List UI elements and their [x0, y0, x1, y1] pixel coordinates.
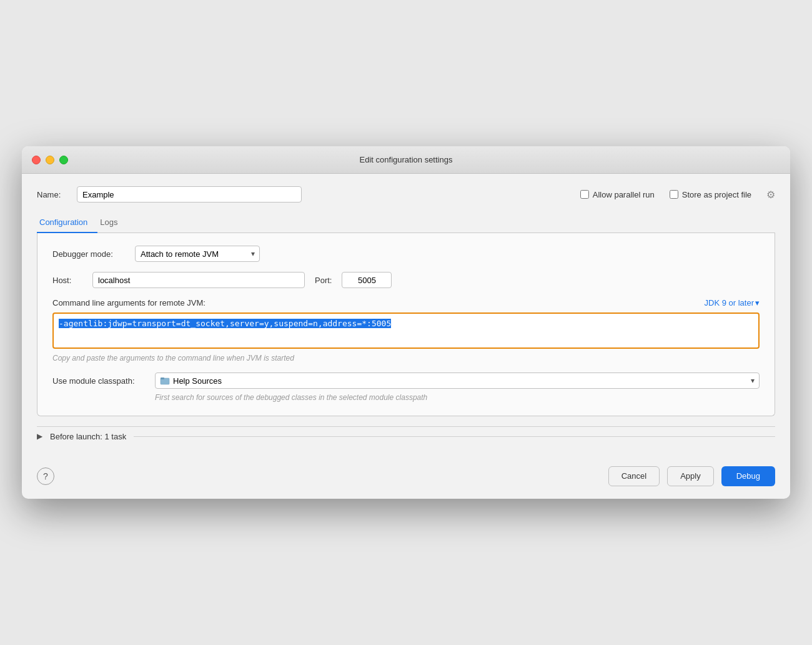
- action-buttons: Cancel Apply Debug: [608, 466, 775, 486]
- checkboxes: Allow parallel run Store as project file…: [580, 189, 775, 201]
- gear-icon[interactable]: ⚙: [766, 189, 775, 201]
- cmdline-label: Command line arguments for remote JVM:: [52, 298, 205, 308]
- traffic-lights: [32, 156, 68, 164]
- store-as-project-file-label: Store as project file: [682, 190, 751, 199]
- main-content: Name: Allow parallel run Store as projec…: [22, 174, 790, 459]
- footer: ? Cancel Apply Debug: [22, 459, 790, 499]
- tab-configuration[interactable]: Configuration: [37, 212, 97, 233]
- maximize-button[interactable]: [59, 156, 68, 164]
- port-input[interactable]: [342, 272, 392, 288]
- module-classpath-row: Use module classpath: Help Sources: [52, 372, 760, 389]
- host-port-row: Host: Port:: [52, 272, 760, 288]
- host-label: Host:: [52, 276, 82, 285]
- jdk-link[interactable]: JDK 9 or later ▾: [705, 298, 760, 308]
- port-label: Port:: [315, 276, 332, 285]
- cmdline-row: Command line arguments for remote JVM: J…: [52, 298, 760, 362]
- cmdline-hint: Copy and paste the arguments to the comm…: [52, 354, 760, 362]
- before-launch-label: Before launch: 1 task: [50, 432, 126, 441]
- config-panel: Debugger mode: Attach to remote JVM List…: [37, 233, 775, 416]
- before-launch-divider: [134, 436, 775, 437]
- module-classpath-label: Use module classpath:: [52, 376, 145, 386]
- close-button[interactable]: [32, 156, 41, 164]
- allow-parallel-run-input[interactable]: [580, 190, 589, 199]
- store-as-project-file-checkbox[interactable]: Store as project file: [670, 190, 751, 199]
- store-as-project-file-input[interactable]: [670, 190, 678, 199]
- host-input[interactable]: [92, 272, 305, 288]
- minimize-button[interactable]: [46, 156, 54, 164]
- cmdline-box[interactable]: -agentlib:jdwp=transport=dt_socket,serve…: [52, 312, 760, 349]
- module-classpath-select-wrapper: Help Sources: [155, 372, 760, 389]
- main-window: Edit configuration settings Name: Allow …: [22, 146, 790, 499]
- debugger-mode-label: Debugger mode:: [52, 249, 127, 259]
- tabs: Configuration Logs: [37, 212, 775, 233]
- tabs-wrapper: Configuration Logs Debugger mode: Attach…: [37, 212, 775, 426]
- allow-parallel-run-checkbox[interactable]: Allow parallel run: [580, 190, 655, 199]
- debugger-mode-select[interactable]: Attach to remote JVM Listen to remote JV…: [135, 246, 260, 262]
- module-classpath-section: Use module classpath: Help Sources: [52, 372, 760, 403]
- debugger-mode-select-wrapper: Attach to remote JVM Listen to remote JV…: [135, 246, 260, 262]
- cmdline-header: Command line arguments for remote JVM: J…: [52, 298, 760, 308]
- help-button[interactable]: ?: [37, 468, 54, 485]
- title-bar: Edit configuration settings: [22, 146, 790, 174]
- debug-button[interactable]: Debug: [721, 466, 775, 486]
- module-classpath-select[interactable]: Help Sources: [155, 372, 760, 389]
- module-classpath-hint: First search for sources of the debugged…: [155, 392, 760, 403]
- debugger-mode-row: Debugger mode: Attach to remote JVM List…: [52, 246, 760, 262]
- before-launch-row: ▶ Before launch: 1 task: [37, 426, 775, 446]
- tab-logs[interactable]: Logs: [97, 212, 127, 233]
- before-launch-arrow[interactable]: ▶: [37, 432, 42, 441]
- window-title: Edit configuration settings: [360, 155, 453, 164]
- chevron-down-icon: ▾: [755, 298, 760, 308]
- cmdline-selected-text: -agentlib:jdwp=transport=dt_socket,serve…: [59, 319, 391, 328]
- name-row: Name: Allow parallel run Store as projec…: [37, 186, 775, 202]
- name-label: Name:: [37, 190, 67, 199]
- cancel-button[interactable]: Cancel: [608, 466, 660, 486]
- name-input[interactable]: [77, 186, 302, 202]
- allow-parallel-run-label: Allow parallel run: [593, 190, 655, 199]
- apply-button[interactable]: Apply: [667, 466, 714, 486]
